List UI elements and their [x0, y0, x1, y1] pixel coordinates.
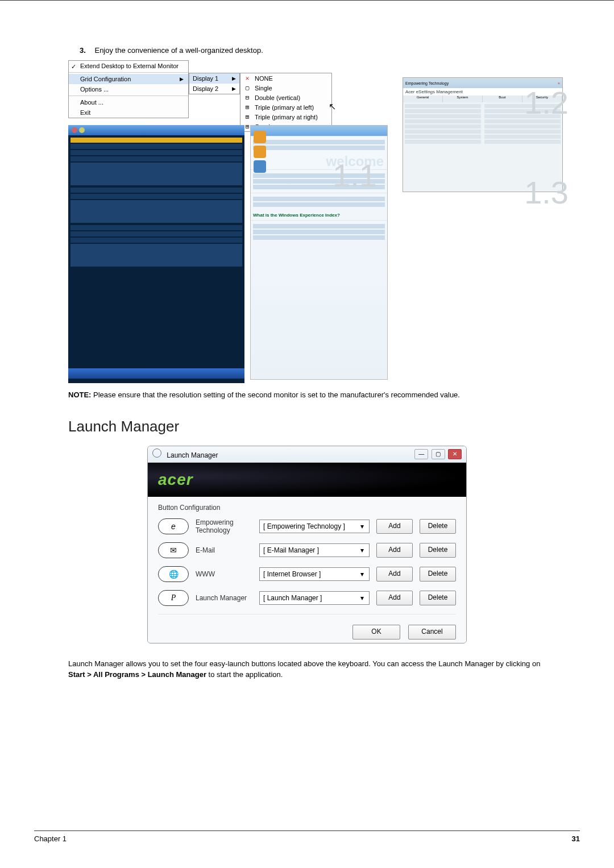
- menu-item-extend[interactable]: ✓ Extend Desktop to External Monitor: [69, 61, 188, 71]
- menu-item-about[interactable]: About ...: [69, 97, 188, 107]
- delete-button[interactable]: Delete: [420, 591, 456, 605]
- maximize-button[interactable]: ▢: [432, 449, 445, 459]
- delete-button[interactable]: Delete: [420, 543, 456, 558]
- row-label: Launch Manager: [196, 594, 252, 602]
- program-select[interactable]: [ Launch Manager ]▾: [259, 591, 370, 605]
- layout-triple-right[interactable]: ⊞Triple (primary at right): [240, 112, 331, 122]
- launch-manager-dialog: Launch Manager — ▢ ✕ acer Button Configu…: [147, 446, 467, 643]
- submenu-display2[interactable]: Display 2▶: [189, 84, 239, 94]
- layout-double[interactable]: ⊟Double (vertical): [240, 93, 331, 102]
- add-button[interactable]: Add: [376, 543, 413, 558]
- menu-item-options[interactable]: Options ...: [69, 84, 188, 94]
- row-label: E-Mail: [196, 546, 252, 554]
- layout-single[interactable]: ▢Single: [240, 83, 331, 93]
- program-select[interactable]: [ Empowering Technology ]▾: [259, 520, 370, 533]
- note-paragraph: NOTE: Please ensure that the resolution …: [68, 390, 546, 401]
- overlay-number-11: 1.1: [333, 157, 377, 194]
- launch-manager-heading: Launch Manager: [68, 418, 546, 435]
- check-icon: ✓: [71, 63, 76, 70]
- dropdown-icon: ▾: [358, 594, 367, 602]
- dropdown-icon: ▾: [358, 546, 367, 554]
- config-row-empowering: e Empowering Technology [ Empowering Tec…: [158, 518, 456, 534]
- brand-logo: acer: [158, 471, 193, 489]
- section-label: Button Configuration: [158, 504, 456, 512]
- desktop-icon: [254, 146, 266, 158]
- layout-triple-left[interactable]: ⊞Triple (primary at left): [240, 102, 331, 112]
- add-button[interactable]: Add: [376, 567, 413, 582]
- key-icon-e: e: [158, 518, 189, 534]
- key-icon-mail: ✉: [158, 542, 189, 558]
- config-row-email: ✉ E-Mail [ E-Mail Manager ]▾ Add Delete: [158, 542, 456, 558]
- program-select[interactable]: [ E-Mail Manager ]▾: [259, 543, 370, 557]
- gridvista-context-menu: ✓ Extend Desktop to External Monitor Gri…: [68, 60, 189, 118]
- desktop-icon: [254, 131, 266, 143]
- add-button[interactable]: Add: [376, 519, 413, 534]
- dropdown-icon: ▾: [358, 522, 367, 530]
- delete-button[interactable]: Delete: [420, 519, 456, 534]
- layout-submenu: ✕NONE ▢Single ⊟Double (vertical) ⊞Triple…: [240, 73, 332, 132]
- step-number: 3.: [80, 46, 86, 55]
- experience-index-label: What is the Windows Experience Index?: [251, 210, 387, 220]
- minimize-button[interactable]: —: [414, 449, 428, 459]
- dialog-title: Launch Manager: [167, 451, 218, 459]
- overlay-number-13: 1.3: [524, 174, 569, 211]
- launch-manager-paragraph: Launch Manager allows you to set the fou…: [68, 658, 546, 680]
- close-button[interactable]: ✕: [448, 449, 462, 459]
- note-label: NOTE:: [68, 391, 91, 399]
- dialog-titlebar: Launch Manager — ▢ ✕: [148, 446, 466, 463]
- display-submenu: Display 1▶ Display 2▶: [189, 73, 240, 94]
- step-line: 3. Enjoy the convenience of a well-organ…: [80, 46, 580, 55]
- page-footer: Chapter 1 31: [34, 830, 580, 843]
- config-row-launchmanager: P Launch Manager [ Launch Manager ]▾ Add…: [158, 590, 456, 606]
- screenshot-figure: ✓ Extend Desktop to External Monitor Gri…: [68, 60, 563, 379]
- note-text: Please ensure that the resolution settin…: [91, 391, 460, 399]
- desktop-icons: [251, 128, 268, 175]
- brand-banner: acer: [148, 463, 466, 497]
- background-window-left: [68, 125, 244, 379]
- program-select[interactable]: [ Internet Browser ]▾: [259, 567, 370, 581]
- config-row-www: 🌐 WWW [ Internet Browser ]▾ Add Delete: [158, 566, 456, 582]
- ok-button[interactable]: OK: [352, 625, 400, 639]
- start-path: Start > All Programs > Launch Manager: [68, 670, 206, 679]
- app-icon: [152, 448, 161, 458]
- dropdown-icon: ▾: [358, 570, 367, 578]
- menu-item-grid-config[interactable]: Grid Configuration ▶: [69, 74, 188, 84]
- submenu-arrow-icon: ▶: [180, 76, 184, 82]
- key-icon-p: P: [158, 590, 189, 606]
- delete-button[interactable]: Delete: [420, 567, 456, 582]
- key-icon-www: 🌐: [158, 566, 189, 582]
- cancel-button[interactable]: Cancel: [408, 625, 456, 639]
- submenu-display1[interactable]: Display 1▶: [189, 73, 239, 84]
- row-label: WWW: [196, 570, 252, 578]
- page-number: 31: [572, 834, 580, 843]
- layout-none[interactable]: ✕NONE: [240, 73, 331, 83]
- overlay-number-12: 1.2: [524, 84, 569, 121]
- menu-item-exit[interactable]: Exit: [69, 107, 188, 118]
- taskbar-left: [68, 368, 244, 379]
- cursor-icon: ↖: [329, 101, 336, 112]
- chapter-label: Chapter 1: [34, 834, 67, 843]
- row-label: Empowering Technology: [196, 518, 252, 534]
- desktop-icon: [254, 160, 266, 173]
- add-button[interactable]: Add: [376, 591, 413, 605]
- step-text: Enjoy the convenience of a well-organize…: [94, 46, 263, 55]
